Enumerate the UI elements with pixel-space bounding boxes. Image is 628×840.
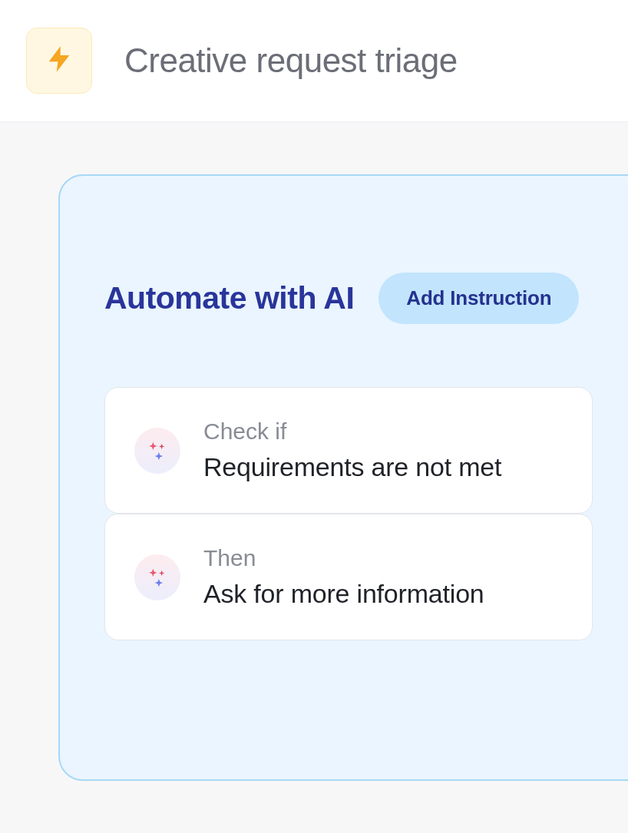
step-card-check[interactable]: Check if Requirements are not met xyxy=(104,387,593,514)
add-instruction-button[interactable]: Add Instruction xyxy=(378,273,579,324)
header: Creative request triage xyxy=(0,0,628,122)
bolt-icon xyxy=(44,44,74,78)
panel-title: Automate with AI xyxy=(104,280,354,316)
sparkle-icon xyxy=(134,554,180,600)
panel-header: Automate with AI Add Instruction xyxy=(104,273,628,324)
step-text: Check if Requirements are not met xyxy=(203,418,501,482)
canvas-area: Automate with AI Add Instruction Check i… xyxy=(0,122,628,833)
step-value: Requirements are not met xyxy=(203,452,501,482)
step-label: Then xyxy=(203,545,484,571)
sparkle-icon xyxy=(134,428,180,474)
automation-panel: Automate with AI Add Instruction Check i… xyxy=(58,174,628,781)
step-value: Ask for more information xyxy=(203,579,484,609)
page-title: Creative request triage xyxy=(124,41,458,80)
step-card-then[interactable]: Then Ask for more information xyxy=(104,514,593,640)
step-text: Then Ask for more information xyxy=(203,545,484,609)
rule-icon-tile xyxy=(26,28,92,94)
steps-container: Check if Requirements are not met Then A… xyxy=(104,387,628,640)
step-label: Check if xyxy=(203,418,501,445)
